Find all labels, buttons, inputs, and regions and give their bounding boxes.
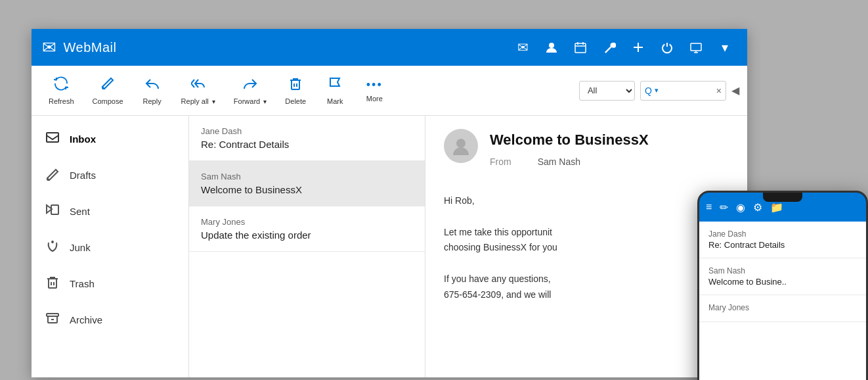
mail-nav-icon[interactable]: ✉ xyxy=(511,36,534,59)
email-subject-3: Update the existing order xyxy=(201,229,413,241)
forward-button[interactable]: Forward ▾ xyxy=(225,72,276,109)
sidebar-item-archive[interactable]: Archive xyxy=(32,302,188,338)
mobile-email-item-1[interactable]: Jane Dash Re: Contract Details xyxy=(699,222,866,258)
mobile-eye-icon[interactable]: ◉ xyxy=(736,201,745,214)
search-clear-button[interactable]: × xyxy=(716,85,722,96)
archive-label: Archive xyxy=(70,314,102,325)
email-from: From Sam Nash xyxy=(490,156,729,167)
email-sender-1: Jane Dash xyxy=(201,126,413,136)
sidebar-item-trash[interactable]: Trash xyxy=(32,266,188,302)
email-sender-2: Sam Nash xyxy=(201,172,413,181)
sidebar-item-inbox[interactable]: Inbox xyxy=(32,121,188,157)
junk-label: Junk xyxy=(70,242,91,253)
from-name: Sam Nash xyxy=(538,156,580,167)
email-subject-1: Re: Contract Details xyxy=(201,139,413,150)
reply-label: Reply xyxy=(143,97,162,105)
search-input[interactable] xyxy=(661,85,714,95)
display-nav-icon[interactable] xyxy=(684,36,708,59)
more-button[interactable]: ••• More xyxy=(355,74,394,107)
svg-rect-1 xyxy=(575,43,586,53)
app-container: ✉ WebMail ✉ xyxy=(0,0,868,380)
mobile-edit-icon[interactable]: ✏ xyxy=(720,201,728,214)
toolbar-collapse-icon[interactable]: ◀ xyxy=(731,84,739,97)
delete-label: Delete xyxy=(285,97,306,105)
inbox-label: Inbox xyxy=(70,133,96,145)
search-box: Q ▾ × xyxy=(640,81,726,101)
email-subject-2: Welcome to BusinessX xyxy=(201,184,413,195)
compose-button[interactable]: Compose xyxy=(83,72,133,109)
mobile-folder-icon[interactable]: 📁 xyxy=(770,201,783,214)
email-body: Hi Rob, Let me take this opportunit choo… xyxy=(444,193,729,303)
email-list: Jane Dash Re: Contract Details Sam Nash … xyxy=(189,116,425,377)
reply-all-icon xyxy=(191,76,206,95)
app-title: WebMail xyxy=(64,40,117,55)
refresh-button[interactable]: Refresh xyxy=(39,72,83,109)
mobile-email-item-3[interactable]: Mary Jones xyxy=(699,295,866,322)
junk-icon xyxy=(45,239,60,256)
content-area: Inbox Drafts Sent xyxy=(32,116,747,377)
avatar xyxy=(444,129,478,163)
mark-label: Mark xyxy=(327,97,343,105)
reply-icon xyxy=(145,76,160,95)
drafts-label: Drafts xyxy=(70,170,96,181)
archive-icon xyxy=(45,311,60,329)
mobile-notch xyxy=(763,193,802,202)
mobile-sender-3: Mary Jones xyxy=(708,303,857,312)
sent-icon xyxy=(45,202,60,220)
sent-label: Sent xyxy=(70,206,90,217)
mobile-subject-1: Re: Contract Details xyxy=(708,240,857,250)
toolbar: Refresh Compose Reply Reply all ▾ xyxy=(32,66,747,116)
sidebar-item-sent[interactable]: Sent xyxy=(32,193,188,229)
svg-point-19 xyxy=(52,241,53,243)
add-nav-icon[interactable] xyxy=(626,36,650,59)
sidebar: Inbox Drafts Sent xyxy=(32,116,189,377)
email-body-line2: choosing BusinessX for you xyxy=(444,240,729,256)
trash-label: Trash xyxy=(70,278,95,289)
power-nav-icon[interactable] xyxy=(655,36,679,59)
mobile-subject-2: Welcome to Busine.. xyxy=(708,277,857,287)
svg-rect-6 xyxy=(634,47,643,48)
search-dropdown-icon[interactable]: ▾ xyxy=(655,86,659,95)
mobile-sender-1: Jane Dash xyxy=(708,229,857,239)
delete-button[interactable]: Delete xyxy=(276,72,315,109)
mobile-menu-icon[interactable]: ≡ xyxy=(706,201,712,213)
svg-rect-20 xyxy=(49,279,56,288)
dropdown-nav-icon[interactable]: ▾ xyxy=(713,36,737,59)
compose-icon xyxy=(100,76,115,95)
inbox-icon xyxy=(45,130,60,148)
mobile-email-item-2[interactable]: Sam Nash Welcome to Busine.. xyxy=(699,258,866,295)
filter-select[interactable]: All Unread Flagged xyxy=(579,81,635,101)
email-body-line3: If you have any questions, xyxy=(444,272,729,287)
email-item-2[interactable]: Sam Nash Welcome to BusinessX xyxy=(189,161,425,206)
email-item-1[interactable]: Jane Dash Re: Contract Details xyxy=(189,116,425,161)
top-nav-icons: ✉ ▾ xyxy=(511,36,737,59)
sidebar-item-drafts[interactable]: Drafts xyxy=(32,157,188,193)
email-greeting: Hi Rob, xyxy=(444,193,729,209)
mark-button[interactable]: Mark xyxy=(315,72,355,109)
forward-label: Forward ▾ xyxy=(234,97,267,105)
svg-point-26 xyxy=(456,139,466,148)
wrench-nav-icon[interactable] xyxy=(597,36,621,59)
email-sender-3: Mary Jones xyxy=(201,217,413,227)
search-icon: Q xyxy=(645,85,652,96)
reply-all-label: Reply all ▾ xyxy=(181,97,215,105)
contact-nav-icon[interactable] xyxy=(540,36,563,59)
mobile-screen: Jane Dash Re: Contract Details Sam Nash … xyxy=(699,222,866,380)
reply-button[interactable]: Reply xyxy=(133,72,172,109)
from-label: From xyxy=(490,156,511,167)
top-bar: ✉ WebMail ✉ xyxy=(32,29,747,66)
delete-icon xyxy=(288,76,303,95)
compose-label: Compose xyxy=(93,97,123,105)
email-meta: Welcome to BusinessX From Sam Nash xyxy=(490,131,729,180)
sidebar-item-junk[interactable]: Junk xyxy=(32,229,188,266)
email-body-line1: Let me take this opportunit xyxy=(444,225,729,241)
email-body-line4: 675-654-2309, and we will xyxy=(444,287,729,303)
calendar-nav-icon[interactable] xyxy=(569,36,592,59)
mobile-gear-icon[interactable]: ⚙ xyxy=(753,201,762,214)
email-item-3[interactable]: Mary Jones Update the existing order xyxy=(189,206,425,252)
more-icon: ••• xyxy=(366,78,383,92)
reply-all-button[interactable]: Reply all ▾ xyxy=(172,72,225,109)
drafts-icon xyxy=(45,166,60,184)
mobile-overlay: ≡ ✏ ◉ ⚙ 📁 Jane Dash Re: Contract Details… xyxy=(697,191,868,380)
svg-rect-18 xyxy=(51,205,58,214)
